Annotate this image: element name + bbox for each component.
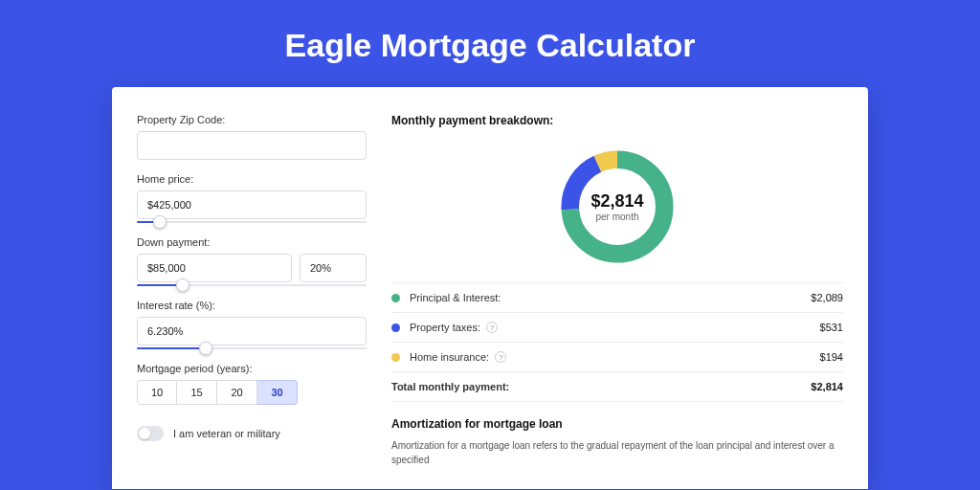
legend: Principal & Interest:$2,089Property taxe…: [391, 282, 843, 402]
home-price-input[interactable]: [137, 190, 367, 219]
legend-dot: [391, 353, 400, 362]
legend-dot: [391, 294, 400, 302]
legend-dot: [391, 323, 400, 332]
donut-chart: $2,814 per month: [555, 145, 679, 269]
veteran-label: I am veteran or military: [173, 428, 280, 439]
down-payment-slider[interactable]: [137, 284, 367, 286]
period-option-30[interactable]: 30: [257, 380, 298, 405]
legend-row-tax: Property taxes:?$531: [391, 313, 843, 343]
legend-row-pi: Principal & Interest:$2,089: [391, 283, 843, 313]
info-icon[interactable]: ?: [486, 322, 498, 333]
total-value: $2,814: [811, 381, 843, 392]
interest-slider[interactable]: [137, 347, 367, 349]
home-price-slider[interactable]: [137, 221, 367, 223]
down-payment-pct-input[interactable]: [300, 254, 367, 282]
info-icon[interactable]: ?: [495, 351, 506, 363]
period-option-20[interactable]: 20: [217, 380, 257, 405]
calculator-card: Property Zip Code: Home price: Down paym…: [112, 87, 868, 489]
amortization-section: Amortization for mortgage loan Amortizat…: [391, 417, 843, 467]
legend-row-total: Total monthly payment:$2,814: [391, 372, 843, 402]
breakdown-panel: Monthly payment breakdown: $2,814 per mo…: [391, 114, 843, 489]
total-label: Total monthly payment:: [391, 381, 509, 392]
interest-label: Interest rate (%):: [137, 300, 367, 311]
legend-value: $2,089: [811, 292, 843, 303]
home-price-label: Home price:: [137, 173, 367, 185]
zip-label: Property Zip Code:: [137, 114, 367, 125]
down-payment-label: Down payment:: [137, 236, 367, 248]
legend-label: Property taxes:: [410, 322, 480, 333]
page-title: Eagle Mortgage Calculator: [0, 0, 980, 87]
breakdown-title: Monthly payment breakdown:: [391, 114, 843, 127]
interest-input[interactable]: [137, 317, 367, 345]
period-label: Mortgage period (years):: [137, 363, 367, 374]
inputs-panel: Property Zip Code: Home price: Down paym…: [137, 114, 367, 489]
amortization-text: Amortization for a mortgage loan refers …: [391, 438, 843, 467]
legend-label: Principal & Interest:: [410, 292, 501, 303]
legend-value: $194: [820, 351, 843, 363]
period-option-15[interactable]: 15: [177, 380, 217, 405]
donut-center-sub: per month: [595, 212, 638, 222]
legend-label: Home insurance:: [410, 351, 489, 363]
down-payment-input[interactable]: [137, 254, 292, 282]
amortization-title: Amortization for mortgage loan: [391, 417, 843, 431]
legend-value: $531: [820, 322, 843, 333]
zip-input[interactable]: [137, 131, 367, 160]
veteran-toggle[interactable]: [137, 426, 164, 441]
legend-row-ins: Home insurance:?$194: [391, 343, 843, 372]
period-option-10[interactable]: 10: [137, 380, 177, 405]
period-segmented: 10152030: [137, 380, 367, 405]
donut-center-value: $2,814: [590, 191, 643, 212]
